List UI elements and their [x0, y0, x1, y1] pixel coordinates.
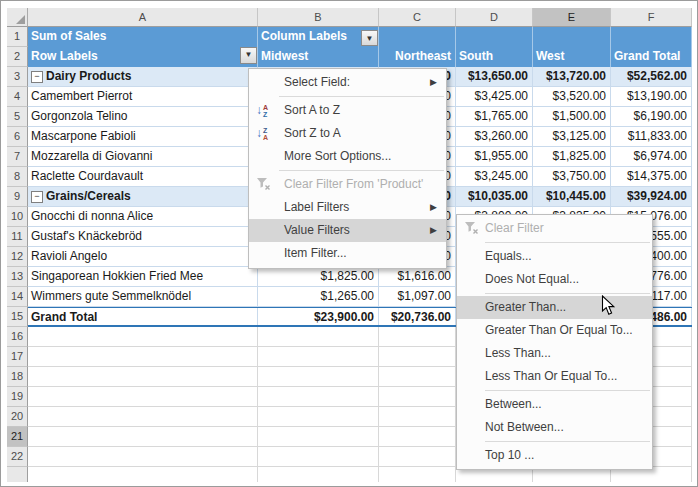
row-header-9[interactable]: 9	[7, 187, 28, 207]
pivot-value-cell[interactable]: $14,375.00	[611, 167, 692, 187]
row-header-5[interactable]: 5	[7, 107, 28, 127]
pivot-row-label[interactable]: −Dairy Products	[28, 67, 258, 87]
pivot-value-cell[interactable]: $1,265.00	[258, 287, 379, 307]
pivot-value-cell[interactable]: $1,825.00	[258, 267, 379, 287]
menu-item-does-not-equal[interactable]: Does Not Equal...	[457, 268, 652, 291]
cell-empty[interactable]	[379, 27, 456, 47]
menu-item-more-sort-options[interactable]: More Sort Options...	[249, 145, 446, 168]
row-header-17[interactable]: 17	[7, 347, 28, 367]
menu-item-label-filters[interactable]: Label Filters▶	[249, 196, 446, 219]
cell-empty[interactable]	[533, 27, 611, 47]
pivot-value-cell[interactable]: $6,190.00	[611, 107, 692, 127]
pivot-value-cell[interactable]: $39,924.00	[611, 187, 692, 207]
menu-item-not-between[interactable]: Not Between...	[457, 416, 652, 439]
column-header-d[interactable]: D	[456, 8, 533, 27]
row-header-4[interactable]: 4	[7, 87, 28, 107]
row-header-1[interactable]: 1	[7, 27, 28, 47]
row-header-2[interactable]: 2	[7, 47, 28, 67]
column-header-c[interactable]: C	[379, 8, 456, 27]
pivot-row-label[interactable]: Gustaf's Knäckebröd	[28, 227, 258, 247]
pivot-value-cell[interactable]: $1,765.00	[456, 107, 533, 127]
pivot-value-cell[interactable]: $11,833.00	[611, 127, 692, 147]
pivot-value-cell[interactable]: $1,825.00	[533, 147, 611, 167]
cell-region-west[interactable]: West	[533, 47, 611, 67]
pivot-value-cell[interactable]: $1,616.00	[379, 267, 456, 287]
row-header-11[interactable]: 11	[7, 227, 28, 247]
row-header-10[interactable]: 10	[7, 207, 28, 227]
collapse-button[interactable]: −	[31, 71, 43, 83]
row-header-20[interactable]: 20	[7, 407, 28, 427]
menu-item-greater-than-or-equal-to[interactable]: Greater Than Or Equal To...	[457, 319, 652, 342]
pivot-row-label[interactable]: Grand Total	[28, 308, 258, 325]
row-header-22[interactable]: 22	[7, 447, 28, 467]
menu-item-select-field[interactable]: Select Field:▶	[249, 71, 446, 94]
pivot-value-cell[interactable]: $3,125.00	[533, 127, 611, 147]
pivot-row-label[interactable]: Raclette Courdavault	[28, 167, 258, 187]
menu-item-item-filter[interactable]: Item Filter...	[249, 242, 446, 265]
pivot-row-label[interactable]: Mozzarella di Giovanni	[28, 147, 258, 167]
menu-item-less-than-or-equal-to[interactable]: Less Than Or Equal To...	[457, 365, 652, 388]
menu-item-between[interactable]: Between...	[457, 393, 652, 416]
select-all-corner[interactable]	[7, 8, 28, 27]
pivot-value-cell[interactable]: $3,750.00	[533, 167, 611, 187]
row-header-8[interactable]: 8	[7, 167, 28, 187]
pivot-value-cell[interactable]: $23,900.00	[258, 308, 379, 325]
menu-item-less-than[interactable]: Less Than...	[457, 342, 652, 365]
menu-item-sort-a-to-z[interactable]: ↓AZSort A to Z	[249, 99, 446, 122]
row-header-3[interactable]: 3	[7, 67, 28, 87]
pivot-row-label[interactable]: Singaporean Hokkien Fried Mee	[28, 267, 258, 287]
pivot-value-cell[interactable]: $3,520.00	[533, 87, 611, 107]
menu-item-equals[interactable]: Equals...	[457, 245, 652, 268]
row-header-6[interactable]: 6	[7, 127, 28, 147]
menu-item-sort-z-to-a[interactable]: ↓ZASort Z to A	[249, 122, 446, 145]
cell-empty[interactable]	[456, 27, 533, 47]
menu-item-top-10[interactable]: Top 10 ...	[457, 444, 652, 467]
cell-region-midwest[interactable]: Midwest	[258, 47, 379, 67]
column-labels-filter-button[interactable]: ▼	[361, 30, 378, 46]
pivot-value-cell[interactable]: $10,445.00	[533, 187, 611, 207]
pivot-value-cell[interactable]: $13,190.00	[611, 87, 692, 107]
menu-item-greater-than[interactable]: Greater Than...	[457, 296, 652, 319]
row-header-16[interactable]: 16	[7, 327, 28, 347]
column-header-e[interactable]: E	[533, 8, 611, 27]
column-header-a[interactable]: A	[28, 8, 258, 27]
pivot-value-cell[interactable]: $1,097.00	[379, 287, 456, 307]
pivot-value-cell[interactable]: $3,260.00	[456, 127, 533, 147]
cell-region-south[interactable]: South	[456, 47, 533, 67]
row-header-19[interactable]: 19	[7, 387, 28, 407]
row-labels-filter-button[interactable]: ▼	[240, 47, 257, 64]
cell-row-labels[interactable]: Row Labels	[28, 47, 258, 67]
menu-item-value-filters[interactable]: Value Filters▶	[249, 219, 446, 242]
pivot-row-label[interactable]: Gorgonzola Telino	[28, 107, 258, 127]
pivot-value-cell[interactable]: $3,245.00	[456, 167, 533, 187]
pivot-value-cell[interactable]: $20,736.00	[379, 308, 456, 325]
cell-sum-of-sales[interactable]: Sum of Sales	[28, 27, 258, 47]
pivot-row-label[interactable]: Ravioli Angelo	[28, 247, 258, 267]
collapse-button[interactable]: −	[31, 191, 43, 203]
pivot-value-cell[interactable]: $13,650.00	[456, 67, 533, 87]
row-header-7[interactable]: 7	[7, 147, 28, 167]
row-header-15[interactable]: 15	[7, 307, 28, 327]
pivot-row-label[interactable]: Mascarpone Fabioli	[28, 127, 258, 147]
pivot-row-label[interactable]: Camembert Pierrot	[28, 87, 258, 107]
pivot-value-cell[interactable]: $52,562.00	[611, 67, 692, 87]
row-header-21[interactable]: 21	[7, 427, 28, 447]
cell-region-grand-total[interactable]: Grand Total	[611, 47, 692, 67]
pivot-row-label[interactable]: Gnocchi di nonna Alice	[28, 207, 258, 227]
pivot-row-label[interactable]: −Grains/Cereals	[28, 187, 258, 207]
row-header-13[interactable]: 13	[7, 267, 28, 287]
column-header-f[interactable]: F	[611, 8, 692, 27]
pivot-value-cell[interactable]: $1,500.00	[533, 107, 611, 127]
pivot-value-cell[interactable]: $3,425.00	[456, 87, 533, 107]
row-header-18[interactable]: 18	[7, 367, 28, 387]
cell-empty[interactable]	[611, 27, 692, 47]
pivot-value-cell[interactable]: $1,955.00	[456, 147, 533, 167]
cell-region-northeast[interactable]: Northeast	[379, 47, 456, 67]
row-header-12[interactable]: 12	[7, 247, 28, 267]
column-header-b[interactable]: B	[258, 8, 379, 27]
pivot-value-cell[interactable]: $13,720.00	[533, 67, 611, 87]
pivot-row-label[interactable]: Wimmers gute Semmelknödel	[28, 287, 258, 307]
pivot-value-cell[interactable]: $10,035.00	[456, 187, 533, 207]
pivot-value-cell[interactable]: $6,974.00	[611, 147, 692, 167]
row-header-14[interactable]: 14	[7, 287, 28, 307]
